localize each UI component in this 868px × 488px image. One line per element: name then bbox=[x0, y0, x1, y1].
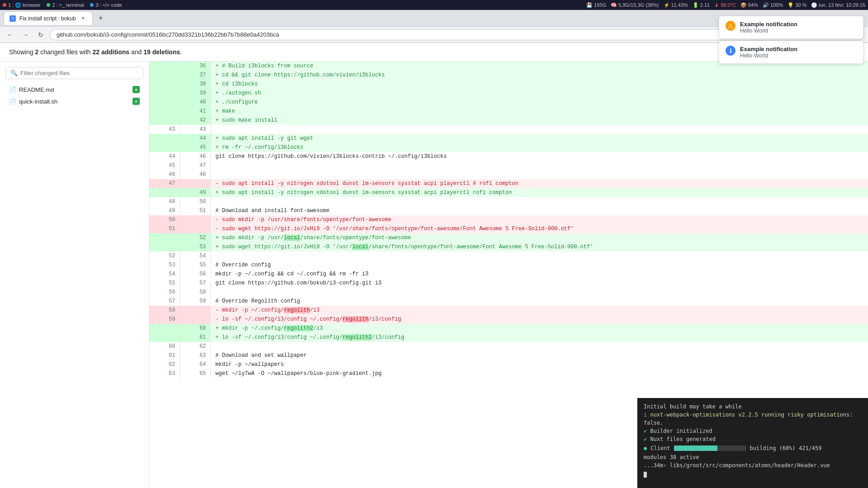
tab-close-button[interactable]: ✕ bbox=[80, 15, 87, 22]
line-num-left bbox=[149, 242, 180, 251]
line-num-right: 42 bbox=[180, 116, 211, 125]
table-row: 5456 mkdir -p ~/.config && cd ~/.config … bbox=[149, 270, 868, 279]
line-code bbox=[211, 125, 868, 134]
line-num-right bbox=[180, 315, 211, 324]
notif-info-icon: ℹ bbox=[726, 46, 735, 56]
line-code: # Override Regolith config bbox=[211, 297, 868, 306]
diff-table: 36+ # Build i3blocks from source37+ cd &… bbox=[149, 62, 868, 378]
table-row: 60+ mkdir -p ~/.config/regolith2/i3 bbox=[149, 324, 868, 333]
disk-label: 155G bbox=[594, 2, 606, 8]
line-num-left bbox=[149, 188, 180, 197]
additions-count: 22 additions bbox=[92, 48, 129, 56]
line-num-left: 47 bbox=[149, 179, 180, 188]
line-num-right: 39 bbox=[180, 89, 211, 98]
line-num-right: 36 bbox=[180, 62, 211, 71]
taskbar-clock: 🕙 lun. 13 févr. 10:29:15 bbox=[811, 2, 865, 8]
table-row: 53+ sudo wget https://git.io/JvHi9 -O '/… bbox=[149, 242, 868, 251]
line-code: # Override config bbox=[211, 261, 868, 270]
line-num-right: 53 bbox=[180, 242, 211, 251]
line-num-left: 52 bbox=[149, 251, 180, 261]
terminal-cursor bbox=[644, 472, 647, 478]
taskbar-brightness: 💡 30 % bbox=[787, 2, 806, 8]
progress-fill bbox=[674, 445, 717, 451]
terminal-line-2: i nuxt-webpack-optimisations v2.2.5 runn… bbox=[644, 411, 862, 427]
terminal-line-6: modules 38 active bbox=[644, 453, 862, 461]
line-num-left: 46 bbox=[149, 170, 180, 179]
line-num-right: 37 bbox=[180, 71, 211, 80]
line-code: mkdir -p ~/.config && cd ~/.config && rm… bbox=[211, 270, 868, 279]
line-code: + sudo make install bbox=[211, 116, 868, 125]
line-num-right: 55 bbox=[180, 261, 211, 270]
line-num-left bbox=[149, 143, 180, 152]
table-row: 4951 # Download and install font-awesome bbox=[149, 206, 868, 215]
search-box[interactable]: 🔍 bbox=[5, 67, 143, 79]
file-item-readme[interactable]: 📄 README.md + bbox=[5, 84, 143, 95]
line-num-left: 57 bbox=[149, 297, 180, 306]
diff-view[interactable]: 36+ # Build i3blocks from source37+ cd &… bbox=[149, 62, 868, 488]
line-num-right bbox=[180, 215, 211, 224]
line-num-right: 59 bbox=[180, 297, 211, 306]
line-code: - mkdir -p ~/.config/regolith/i3 bbox=[211, 306, 868, 315]
notification-2: ℹ Example notification Hello World bbox=[719, 41, 863, 64]
table-row: 4850 bbox=[149, 197, 868, 206]
line-num-left: 62 bbox=[149, 360, 180, 369]
line-num-left bbox=[149, 333, 180, 342]
line-code: + sudo wget https://git.io/JvHi9 -O '/us… bbox=[211, 242, 868, 251]
table-row: 5557 git clone https://github.com/bokub/… bbox=[149, 279, 868, 288]
taskbar-app-browser[interactable]: 1 : 🌐 browser bbox=[3, 2, 40, 8]
new-tab-button[interactable]: + bbox=[95, 12, 107, 24]
line-num-left bbox=[149, 62, 180, 71]
table-row: 5355 # Override config bbox=[149, 261, 868, 270]
line-num-right: 60 bbox=[180, 324, 211, 333]
tab-favicon: G bbox=[9, 15, 16, 22]
table-row: 40+ ./configure bbox=[149, 98, 868, 107]
table-row: 5658 bbox=[149, 288, 868, 297]
line-num-right: 48 bbox=[180, 170, 211, 179]
line-num-left bbox=[149, 107, 180, 116]
line-code: + cd && git clone https://github.com/viv… bbox=[211, 71, 868, 80]
table-row: 38+ cd i3blocks bbox=[149, 80, 868, 89]
taskbar-app-code[interactable]: 3 : </> code bbox=[90, 2, 122, 8]
file-item-quickinstall[interactable]: 📄 quick-install.sh + bbox=[5, 95, 143, 107]
bright-label: 30 % bbox=[795, 2, 806, 8]
line-num-right: 54 bbox=[180, 251, 211, 261]
reload-button[interactable]: ↻ bbox=[34, 28, 47, 41]
notif-warn-icon: ⚠ bbox=[726, 21, 735, 31]
notif-body-1: Hello World bbox=[740, 28, 857, 34]
notif-content-2: Example notification Hello World bbox=[740, 46, 857, 59]
line-num-left bbox=[149, 233, 180, 242]
search-input[interactable] bbox=[20, 70, 138, 76]
table-row: 4648 bbox=[149, 170, 868, 179]
line-num-right: 43 bbox=[180, 125, 211, 134]
line-code: git clone https://github.com/bokub/i3-co… bbox=[211, 279, 868, 288]
taskbar-volume: 🔊 100% bbox=[763, 2, 783, 8]
changed-files-count: 2 bbox=[35, 48, 39, 56]
line-num-right: 62 bbox=[180, 342, 211, 351]
terminal-line-7: ...34m› libs/groot/src/components/atoms/… bbox=[644, 461, 862, 469]
main-content: 🔍 📄 README.md + 📄 quick-install.sh + bbox=[0, 62, 868, 488]
table-row: 6264 mkdir -p ~/wallpapers bbox=[149, 360, 868, 369]
active-tab[interactable]: G Fix install script · bokub ✕ bbox=[4, 11, 93, 25]
line-code: - sudo mkdir -p /usr/share/fonts/opentyp… bbox=[211, 215, 868, 224]
taskbar-app-terminal[interactable]: 2 : >_ terminal bbox=[47, 2, 84, 8]
forward-button[interactable]: → bbox=[19, 28, 32, 41]
line-num-right: 63 bbox=[180, 351, 211, 360]
line-num-right: 51 bbox=[180, 206, 211, 215]
dot-code bbox=[90, 3, 94, 7]
back-button[interactable]: ← bbox=[4, 28, 16, 41]
line-code: # Download and install font-awesome bbox=[211, 206, 868, 215]
file-name-readme: README.md bbox=[19, 86, 54, 93]
line-num-right: 45 bbox=[180, 143, 211, 152]
line-code: mkdir -p ~/wallpapers bbox=[211, 360, 868, 369]
taskbar-ram: 🧠 5,9G/15,3G (38%) bbox=[611, 2, 659, 8]
line-num-right: 50 bbox=[180, 197, 211, 206]
line-num-left bbox=[149, 116, 180, 125]
file-badge-readme: + bbox=[133, 86, 140, 93]
table-row: 45+ rm -fr ~/.config/i3blocks bbox=[149, 143, 868, 152]
line-code: + ln -sf ~/.config/i3/config ~/.config/r… bbox=[211, 333, 868, 342]
table-row: 41+ make bbox=[149, 107, 868, 116]
line-num-right: 61 bbox=[180, 333, 211, 342]
line-code: + sudo mkdir -p /usr/local/share/fonts/o… bbox=[211, 233, 868, 242]
sidebar: 🔍 📄 README.md + 📄 quick-install.sh + bbox=[0, 62, 149, 488]
line-code: + ./autogen.sh bbox=[211, 89, 868, 98]
